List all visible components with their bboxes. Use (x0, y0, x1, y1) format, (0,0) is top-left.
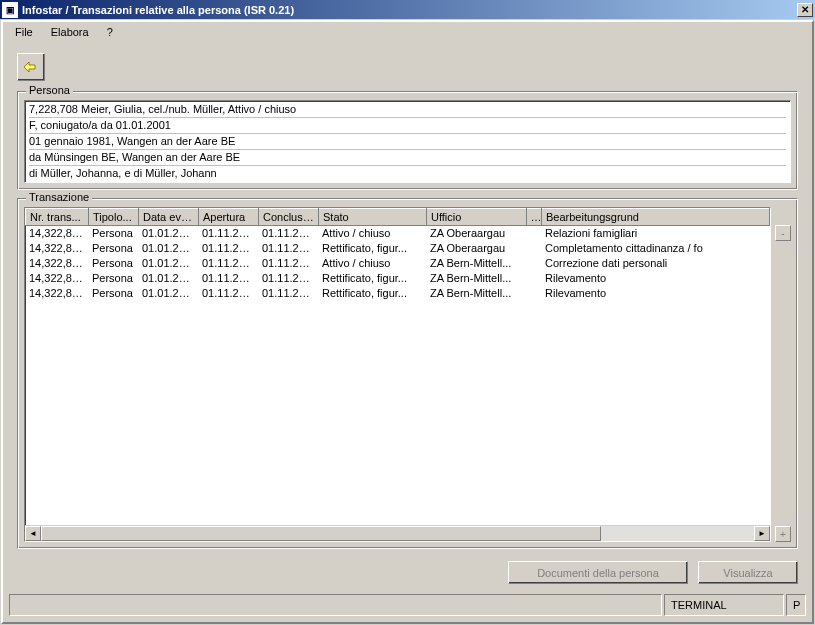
persona-line: 01 gennaio 1981, Wangen an der Aare BE (29, 134, 786, 150)
persona-box: 7,228,708 Meier, Giulia, cel./nub. Mülle… (24, 100, 791, 183)
cell-nr: 14,322,845 (25, 286, 88, 301)
cell-apertura: 01.11.2011 (198, 226, 258, 241)
cell-conclusi: 01.11.2011 (258, 256, 318, 271)
cell-conclusi: 01.11.2011 (258, 286, 318, 301)
collapse-button[interactable]: - (775, 225, 791, 241)
cell-stato: Rettificato, figur... (318, 286, 426, 301)
cell-dataev: 01.01.2001 (138, 241, 198, 256)
documenti-button[interactable]: Documenti della persona (508, 561, 688, 584)
cell-tipo: Persona (88, 286, 138, 301)
col-nr[interactable]: Nr. trans... (26, 209, 89, 226)
col-ufficio[interactable]: Ufficio (427, 209, 527, 226)
cell-stato: Attivo / chiuso (318, 226, 426, 241)
cell-dots (526, 256, 541, 271)
cell-tipo: Persona (88, 226, 138, 241)
table-body[interactable]: 14,322,850Persona01.01.200101.11.201101.… (25, 226, 770, 525)
cell-dots (526, 286, 541, 301)
table-header-row: Nr. trans... Tipolo... Data eve... Apert… (26, 209, 770, 226)
persona-line: 7,228,708 Meier, Giulia, cel./nub. Mülle… (29, 102, 786, 118)
cell-apertura: 01.11.2011 (198, 286, 258, 301)
cell-ufficio: ZA Bern-Mittell... (426, 271, 526, 286)
col-tipo[interactable]: Tipolo... (89, 209, 139, 226)
col-stato[interactable]: Stato (319, 209, 427, 226)
cell-dataev: 01.01.2001 (138, 226, 198, 241)
transazione-legend: Transazione (26, 191, 92, 203)
cell-nr: 14,322,850 (25, 226, 88, 241)
cell-conclusi: 01.11.2011 (258, 271, 318, 286)
cell-tipo: Persona (88, 256, 138, 271)
persona-line: di Müller, Johanna, e di Müller, Johann (29, 166, 786, 181)
col-apertura[interactable]: Apertura (199, 209, 259, 226)
cell-nr: 14,322,846 (25, 271, 88, 286)
cell-stato: Rettificato, figur... (318, 241, 426, 256)
table-row[interactable]: 14,322,848Persona01.01.200101.11.201101.… (25, 241, 770, 256)
table-row[interactable]: 14,322,850Persona01.01.200101.11.201101.… (25, 226, 770, 241)
side-buttons: - + (775, 207, 791, 542)
window-title: Infostar / Transazioni relative alla per… (22, 4, 797, 16)
persona-line: da Münsingen BE, Wangen an der Aare BE (29, 150, 786, 166)
cell-conclusi: 01.11.2011 (258, 226, 318, 241)
cell-tipo: Persona (88, 241, 138, 256)
cell-apertura: 01.11.2011 (198, 256, 258, 271)
toolbar (3, 41, 812, 87)
cell-nr: 14,322,847 (25, 256, 88, 271)
scroll-track[interactable] (41, 526, 754, 541)
cell-tipo: Persona (88, 271, 138, 286)
bottom-buttons: Documenti della persona Visualizza (3, 553, 812, 592)
cell-ufficio: ZA Oberaargau (426, 241, 526, 256)
status-terminal: TERMINAL (664, 594, 784, 616)
toolbar-back-button[interactable] (17, 53, 45, 81)
window-frame: File Elabora ? Persona 7,228,708 Meier, … (1, 20, 814, 624)
expand-button[interactable]: + (775, 526, 791, 542)
h-scrollbar[interactable]: ◄ ► (25, 525, 770, 541)
table-row[interactable]: 14,322,846Persona01.01.200101.11.201101.… (25, 271, 770, 286)
persona-legend: Persona (26, 84, 73, 96)
cell-bearb: Relazioni famigliari (541, 226, 770, 241)
statusbar: TERMINAL P (9, 594, 806, 616)
col-dots[interactable]: ... (527, 209, 542, 226)
cell-dataev: 01.01.2001 (138, 256, 198, 271)
cell-conclusi: 01.11.2011 (258, 241, 318, 256)
cell-dots (526, 271, 541, 286)
visualizza-button[interactable]: Visualizza (698, 561, 798, 584)
menu-elabora[interactable]: Elabora (43, 24, 97, 40)
menu-file[interactable]: File (7, 24, 41, 40)
cell-dots (526, 241, 541, 256)
cell-ufficio: ZA Oberaargau (426, 226, 526, 241)
table-row[interactable]: 14,322,847Persona01.01.200101.11.201101.… (25, 256, 770, 271)
cell-dataev: 01.01.2001 (138, 286, 198, 301)
menu-help[interactable]: ? (99, 24, 121, 40)
titlebar: ▣ Infostar / Transazioni relative alla p… (0, 0, 815, 19)
cell-dots (526, 226, 541, 241)
scroll-right-button[interactable]: ► (754, 526, 770, 541)
col-dataev[interactable]: Data eve... (139, 209, 199, 226)
close-button[interactable]: ✕ (797, 3, 813, 17)
scroll-left-button[interactable]: ◄ (25, 526, 41, 541)
transazione-fieldset: Transazione Nr. trans... Tipolo... Data … (17, 198, 798, 549)
table-row[interactable]: 14,322,845Persona01.01.200101.11.201101.… (25, 286, 770, 301)
cell-stato: Attivo / chiuso (318, 256, 426, 271)
back-arrow-icon (23, 60, 39, 74)
status-main (9, 594, 662, 616)
menubar: File Elabora ? (3, 22, 812, 41)
status-p: P (786, 594, 806, 616)
scroll-thumb[interactable] (41, 526, 601, 541)
cell-nr: 14,322,848 (25, 241, 88, 256)
cell-ufficio: ZA Bern-Mittell... (426, 286, 526, 301)
cell-bearb: Rilevamento (541, 286, 770, 301)
col-conclusi[interactable]: Conclusi... (259, 209, 319, 226)
cell-apertura: 01.11.2011 (198, 241, 258, 256)
persona-fieldset: Persona 7,228,708 Meier, Giulia, cel./nu… (17, 91, 798, 190)
cell-bearb: Correzione dati personali (541, 256, 770, 271)
col-bearb[interactable]: Bearbeitungsgrund (542, 209, 770, 226)
cell-apertura: 01.11.2011 (198, 271, 258, 286)
persona-line: F, coniugato/a da 01.01.2001 (29, 118, 786, 134)
cell-dataev: 01.01.2001 (138, 271, 198, 286)
cell-bearb: Rilevamento (541, 271, 770, 286)
app-icon: ▣ (2, 2, 18, 18)
cell-ufficio: ZA Bern-Mittell... (426, 256, 526, 271)
cell-bearb: Completamento cittadinanza / fo (541, 241, 770, 256)
cell-stato: Rettificato, figur... (318, 271, 426, 286)
transactions-table: Nr. trans... Tipolo... Data eve... Apert… (24, 207, 771, 542)
